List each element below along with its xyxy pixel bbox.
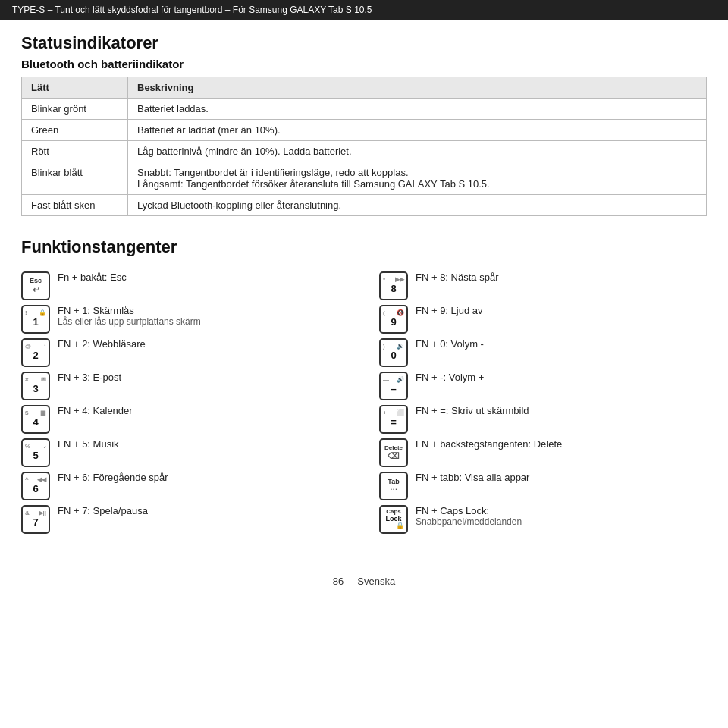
page-number: 86 — [333, 576, 344, 587]
fn-label: FN + 7: Spela/pausa — [58, 505, 148, 516]
footer-language: Svenska — [357, 576, 395, 587]
key-box: )🔉0 — [379, 338, 408, 367]
fn-row: Delete⌫FN + backstegstangenten: Delete — [379, 436, 707, 469]
fn-row: Tab⋯FN + tabb: Visa alla appar — [379, 469, 707, 503]
table-cell-desc: Snabbt: Tangentbordet är i identifiering… — [128, 162, 707, 195]
table-row: Blinkar blåttSnabbt: Tangentbordet är i … — [22, 162, 707, 195]
table-row: Fast blått skenLyckad Bluetooth-koppling… — [22, 195, 707, 216]
main-content: Statusindikatorer Bluetooth och batterii… — [0, 20, 728, 568]
status-subsection-title: Bluetooth och batteriindikator — [21, 58, 707, 71]
fn-row: @↑2FN + 2: Webbläsare — [21, 336, 349, 369]
key-box: Esc↩ — [21, 271, 50, 300]
key-box: *▶▶8 — [379, 271, 408, 300]
key-box: Tab⋯ — [379, 472, 408, 500]
fn-label: FN + 4: Kalender — [58, 405, 133, 416]
fn-right-column: *▶▶8FN + 8: Nästa spår(🔇9FN + 9: Ljud av… — [379, 269, 707, 536]
fn-label: FN + 0: Volym - — [416, 338, 484, 350]
fn-left-column: Esc↩Fn + bakåt: Esc!🔒1FN + 1: SkärmlåsLå… — [21, 269, 349, 536]
table-row: RöttLåg batterinivå (mindre än 10%). Lad… — [22, 141, 707, 162]
fn-label: FN + -: Volym + — [416, 372, 484, 383]
status-table: Lätt Beskrivning Blinkar gröntBatteriet … — [21, 77, 707, 216]
fn-row: Esc↩Fn + bakåt: Esc — [21, 269, 349, 303]
fn-label: FN + 6: Föregående spår — [58, 472, 168, 483]
fn-label: FN + 2: Webbläsare — [58, 338, 146, 350]
fn-label: FN + 9: Ljud av — [416, 305, 483, 316]
fn-label: Fn + bakåt: Esc — [58, 271, 127, 283]
funktioner-section: Funktionstangenter Esc↩Fn + bakåt: Esc!🔒… — [21, 237, 707, 536]
key-box: (🔇9 — [379, 305, 408, 334]
table-cell-light: Green — [22, 120, 128, 141]
table-cell-light: Blinkar blått — [22, 162, 128, 195]
fn-row: $▦4FN + 4: Kalender — [21, 403, 349, 436]
fn-row: #✉3FN + 3: E-post — [21, 369, 349, 403]
key-box: ^◀◀6 — [21, 472, 50, 500]
fn-row: *▶▶8FN + 8: Nästa spår — [379, 269, 707, 303]
key-box: +⬜= — [379, 405, 408, 434]
key-box: &▶||7 — [21, 505, 50, 534]
table-cell-desc: Låg batterinivå (mindre än 10%). Ladda b… — [128, 141, 707, 162]
table-col2-header: Beskrivning — [128, 77, 707, 99]
table-cell-light: Rött — [22, 141, 128, 162]
fn-label: FN + Caps Lock:Snabbpanel/meddelanden — [416, 505, 522, 527]
fn-row: &▶||7FN + 7: Spela/pausa — [21, 503, 349, 536]
fn-label: FN + 1: SkärmlåsLås eller lås upp surfpl… — [58, 305, 201, 327]
fn-label: FN + backstegstangenten: Delete — [416, 438, 562, 450]
table-row: Blinkar gröntBatteriet laddas. — [22, 99, 707, 120]
fn-label: FN + =: Skriv ut skärmbild — [416, 405, 529, 416]
key-box: CapsLock🔒 — [379, 505, 408, 534]
fn-row: ^◀◀6FN + 6: Föregående spår — [21, 469, 349, 503]
key-box: #✉3 — [21, 372, 50, 400]
fn-label: FN + tabb: Visa alla appar — [416, 472, 529, 483]
table-cell-light: Blinkar grönt — [22, 99, 128, 120]
page-header: TYPE-S – Tunt och lätt skyddsfodral för … — [0, 0, 728, 20]
table-col1-header: Lätt — [22, 77, 128, 99]
table-cell-desc: Batteriet är laddat (mer än 10%). — [128, 120, 707, 141]
fn-label: FN + 5: Musik — [58, 438, 119, 450]
fn-row: +⬜=FN + =: Skriv ut skärmbild — [379, 403, 707, 436]
fn-grid: Esc↩Fn + bakåt: Esc!🔒1FN + 1: SkärmlåsLå… — [21, 269, 707, 536]
key-box: %♪5 — [21, 438, 50, 467]
fn-row: (🔇9FN + 9: Ljud av — [379, 303, 707, 336]
key-box: Delete⌫ — [379, 438, 408, 467]
fn-row: —🔊–FN + -: Volym + — [379, 369, 707, 403]
key-box: @↑2 — [21, 338, 50, 367]
fn-row: !🔒1FN + 1: SkärmlåsLås eller lås upp sur… — [21, 303, 349, 336]
fn-row: CapsLock🔒FN + Caps Lock:Snabbpanel/medde… — [379, 503, 707, 536]
table-row: GreenBatteriet är laddat (mer än 10%). — [22, 120, 707, 141]
header-title: TYPE-S – Tunt och lätt skyddsfodral för … — [12, 5, 372, 15]
fn-row: %♪5FN + 5: Musik — [21, 436, 349, 469]
fn-label: FN + 3: E-post — [58, 372, 121, 383]
fn-row: )🔉0FN + 0: Volym - — [379, 336, 707, 369]
key-box: —🔊– — [379, 372, 408, 400]
key-box: $▦4 — [21, 405, 50, 434]
key-box: !🔒1 — [21, 305, 50, 334]
table-cell-desc: Batteriet laddas. — [128, 99, 707, 120]
table-cell-light: Fast blått sken — [22, 195, 128, 216]
funktioner-title: Funktionstangenter — [21, 237, 707, 257]
table-cell-desc: Lyckad Bluetooth-koppling eller återansl… — [128, 195, 707, 216]
page-footer: 86 Svenska — [0, 568, 728, 593]
status-section-title: Statusindikatorer — [21, 33, 707, 53]
fn-label: FN + 8: Nästa spår — [416, 271, 498, 283]
